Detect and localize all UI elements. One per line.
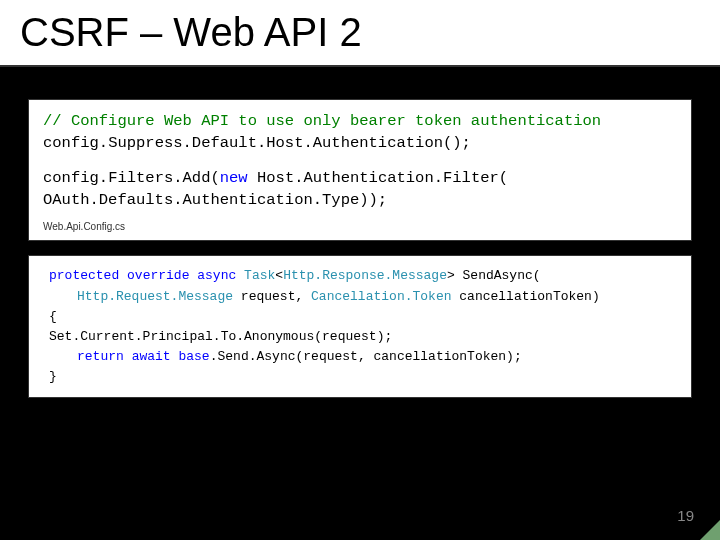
content-area: // Configure Web API to use only bearer … <box>0 67 720 398</box>
type-cancellation: Cancellation.Token <box>311 289 451 304</box>
code-block-1: // Configure Web API to use only bearer … <box>28 99 692 241</box>
kw-await: await <box>132 349 171 364</box>
body-line2-rest: .Send.Async(request, cancellationToken); <box>210 349 522 364</box>
code1-line4b: Authentication.Type)); <box>183 191 388 209</box>
slide-title: CSRF – Web API 2 <box>20 10 700 55</box>
body-line1: Set.Current.Principal.To.Anonymous(reque… <box>49 329 392 344</box>
code1-comment: // Configure Web API to use only bearer … <box>43 112 601 130</box>
param-request: request <box>233 289 295 304</box>
code1-caption: Web.Api.Config.cs <box>43 220 677 235</box>
kw-base: base <box>178 349 209 364</box>
param-cancellation: cancellationToken) <box>452 289 600 304</box>
brace-open: { <box>49 309 57 324</box>
kw-return: return <box>49 349 124 364</box>
kw-async: async <box>197 268 236 283</box>
code-block-2: protected override async Task<Http.Respo… <box>28 255 692 398</box>
kw-protected: protected <box>49 268 119 283</box>
code1-new-keyword: new <box>220 169 248 187</box>
title-area: CSRF – Web API 2 <box>0 0 720 67</box>
type-request: Http.Request.Message <box>77 289 233 304</box>
comma: , <box>295 289 311 304</box>
gt: > <box>447 268 455 283</box>
type-task: Task <box>244 268 275 283</box>
code1-line4a: OAuth.Defaults. <box>43 191 183 209</box>
method-name: SendAsync( <box>455 268 541 283</box>
code1-line2a: config. <box>43 134 108 152</box>
kw-override: override <box>127 268 189 283</box>
blank-line <box>43 155 677 167</box>
slide: CSRF – Web API 2 // Configure Web API to… <box>0 0 720 540</box>
code1-line3a: config. <box>43 169 108 187</box>
code1-line3b: Filters. <box>108 169 182 187</box>
corner-accent <box>700 520 720 540</box>
code1-line3c: Add( <box>183 169 220 187</box>
type-response: Http.Response.Message <box>283 268 447 283</box>
lt: < <box>275 268 283 283</box>
brace-close: } <box>49 369 57 384</box>
page-number: 19 <box>677 507 694 524</box>
code1-line3d: Host.Authentication.Filter( <box>248 169 508 187</box>
code1-line2b: Suppress.Default.Host.Authentication(); <box>108 134 471 152</box>
